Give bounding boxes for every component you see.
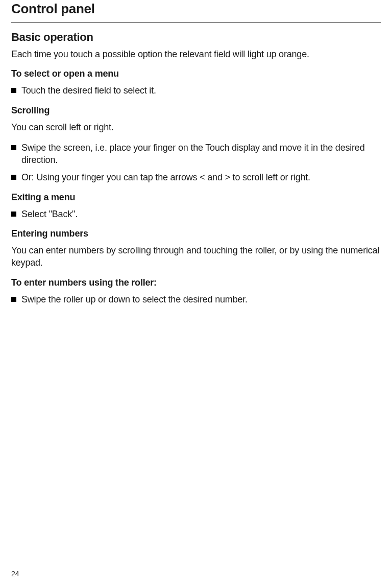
intro-text: Each time you touch a possible option th… xyxy=(11,48,381,60)
square-bullet-icon xyxy=(11,297,16,302)
square-bullet-icon xyxy=(11,175,16,180)
bullet-list-select-menu: Touch the desired field to select it. xyxy=(11,84,381,97)
square-bullet-icon xyxy=(11,212,16,217)
list-item: Swipe the screen, i.e. place your finger… xyxy=(11,142,381,167)
page-number: 24 xyxy=(11,570,19,578)
sub-heading-exiting: Exiting a menu xyxy=(11,192,381,203)
sub-heading-roller: To enter numbers using the roller: xyxy=(11,277,381,288)
entering-numbers-intro: You can enter numbers by scrolling throu… xyxy=(11,244,381,269)
square-bullet-icon xyxy=(11,145,16,150)
bullet-text: Swipe the roller up or down to select th… xyxy=(21,293,381,306)
bullet-text: Or: Using your finger you can tap the ar… xyxy=(21,171,381,183)
bullet-list-exiting: Select "Back". xyxy=(11,208,381,220)
section-heading-basic-operation: Basic operation xyxy=(11,31,381,44)
square-bullet-icon xyxy=(11,88,16,93)
list-item: Select "Back". xyxy=(11,208,381,220)
list-item: Or: Using your finger you can tap the ar… xyxy=(11,171,381,183)
sub-heading-entering-numbers: Entering numbers xyxy=(11,228,381,239)
bullet-list-roller: Swipe the roller up or down to select th… xyxy=(11,293,381,306)
bullet-list-scrolling: Swipe the screen, i.e. place your finger… xyxy=(11,142,381,184)
list-item: Touch the desired field to select it. xyxy=(11,84,381,97)
bullet-text: Select "Back". xyxy=(21,208,381,220)
bullet-text: Touch the desired field to select it. xyxy=(21,84,381,97)
sub-heading-scrolling: Scrolling xyxy=(11,105,381,116)
bullet-text: Swipe the screen, i.e. place your finger… xyxy=(21,142,381,167)
sub-heading-select-menu: To select or open a menu xyxy=(11,68,381,79)
page-title: Control panel xyxy=(11,0,381,22)
scrolling-intro: You can scroll left or right. xyxy=(11,121,381,133)
list-item: Swipe the roller up or down to select th… xyxy=(11,293,381,306)
